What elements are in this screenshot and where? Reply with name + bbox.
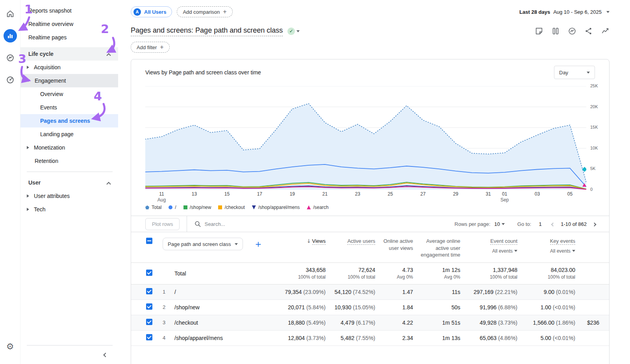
explore-icon[interactable] — [4, 51, 17, 65]
pagination-range: 1-10 of 862 — [561, 221, 587, 227]
search-icon — [194, 220, 201, 227]
insights-icon[interactable] — [601, 27, 610, 35]
legend-item[interactable]: / — [169, 205, 176, 210]
sidebar-item-retention[interactable]: Retention — [20, 154, 118, 168]
legend-item[interactable]: /shop/apparel/mens — [252, 205, 300, 210]
chart-canvas — [145, 86, 586, 190]
sidebar-item-realtime-overview[interactable]: Realtime overview — [20, 17, 118, 31]
row-checkbox[interactable] — [146, 303, 152, 310]
chevron-down-icon[interactable] — [296, 30, 300, 34]
sidebar-section-life-cycle[interactable]: Life cycle — [20, 47, 118, 61]
views-header[interactable]: ↓Views — [282, 238, 326, 245]
all-users-chip[interactable]: A All Users — [131, 6, 172, 17]
home-icon[interactable] — [4, 7, 17, 20]
page-path: / — [174, 289, 282, 295]
table-row: 3 /checkout 18,880 (5.49%) 4,479 (6.17%)… — [131, 315, 609, 331]
sidebar-item-realtime-pages[interactable]: Realtime pages — [20, 31, 118, 44]
collapse-chevron-icon[interactable] — [107, 51, 110, 57]
expand-arrow-icon[interactable] — [27, 146, 29, 149]
sidebar-item-pages-and-screens[interactable]: Pages and screens — [20, 114, 118, 127]
share-icon[interactable] — [584, 27, 593, 35]
chevron-down-icon — [502, 223, 505, 227]
active-users-cell: 10,930 (15.05%) — [326, 304, 375, 310]
key-events-filter[interactable]: All events — [517, 248, 575, 254]
collapse-arrow-icon[interactable] — [27, 79, 30, 82]
table-row: 2 /shop/new 20,071 (5.84%) 10,930 (15.05… — [131, 300, 609, 315]
legend-label: / — [175, 205, 176, 210]
x-axis-label: 19 — [290, 191, 295, 197]
collapse-sidebar-icon[interactable] — [103, 353, 107, 357]
x-axis-label: 01Sep — [500, 191, 509, 203]
compare-reports-icon[interactable] — [551, 27, 560, 35]
dimension-select[interactable]: Page path and screen class — [163, 238, 243, 250]
prev-page-icon[interactable] — [549, 221, 557, 227]
event-count-cell: 297,169 (22.21%) — [460, 289, 517, 295]
comparison-bar: A All Users Add comparison Last 28 days … — [118, 0, 630, 20]
row-checkbox[interactable] — [146, 319, 152, 325]
collapse-chevron-icon[interactable] — [107, 179, 110, 186]
search-input[interactable] — [204, 221, 259, 227]
add-comparison-chip[interactable]: Add comparison — [177, 6, 232, 17]
sidebar-item-tech[interactable]: Tech — [20, 203, 118, 216]
row-checkbox[interactable] — [146, 288, 152, 294]
avg-engagement-time-header[interactable]: Average online active user engagement ti… — [413, 238, 460, 259]
reports-icon[interactable] — [4, 29, 17, 42]
settings-gear-icon[interactable]: ⚙ — [6, 342, 14, 351]
date-preset: Last 28 days — [519, 9, 550, 15]
add-filter-chip[interactable]: Add filter — [131, 42, 170, 53]
chart-legend: Total//shop/new/checkout/shop/apparel/me… — [145, 205, 609, 210]
active-users-cell: 72,624100% of total — [326, 267, 375, 280]
goto-page-input[interactable] — [535, 221, 545, 227]
online-active-user-views-header[interactable]: Online active user views — [375, 238, 413, 251]
sidebar-item-acquisition[interactable]: Acquisition — [20, 61, 118, 74]
y-axis-label: 10K — [590, 146, 598, 150]
views-chart[interactable]: 05K10K15K20K25K — [145, 86, 586, 190]
legend-item[interactable]: /checkout — [218, 205, 245, 210]
table-controls: Plot rows Rows per page: 10 Go to: 1-10 … — [131, 216, 609, 232]
row-index: 4 — [163, 335, 174, 341]
legend-item[interactable]: Total — [145, 205, 161, 210]
views-cell: 20,071 (5.84%) — [282, 304, 326, 310]
row-checkbox[interactable] — [146, 270, 152, 276]
legend-item[interactable]: /search — [307, 205, 328, 210]
x-axis-label: 15 — [224, 191, 230, 197]
select-all-checkbox[interactable] — [146, 238, 152, 244]
sidebar-section-user[interactable]: User — [20, 176, 118, 189]
sidebar-item-overview[interactable]: Overview — [20, 87, 118, 101]
avg-engagement-cell: 11s — [413, 289, 460, 295]
sidebar-item-events[interactable]: Events — [20, 101, 118, 114]
advertising-icon[interactable] — [4, 73, 17, 87]
note-icon[interactable] — [535, 27, 543, 35]
key-events-cell: 5.00 (<0.01%) — [517, 335, 575, 341]
active-users-header[interactable]: Active users — [326, 238, 375, 245]
legend-item[interactable]: /shop/new — [183, 205, 211, 210]
next-page-icon[interactable] — [591, 221, 598, 227]
key-events-header[interactable]: Key events All events — [517, 238, 575, 254]
add-column-icon[interactable]: + — [255, 239, 261, 249]
row-checkbox[interactable] — [146, 334, 152, 340]
expand-arrow-icon[interactable] — [27, 194, 29, 198]
anomaly-icon[interactable] — [568, 27, 576, 35]
event-count-filter[interactable]: All events — [460, 248, 517, 254]
sidebar-item-monetization[interactable]: Monetization — [20, 141, 118, 154]
expand-arrow-icon[interactable] — [27, 208, 29, 211]
avg-engagement-cell: 1m 13s — [413, 335, 460, 341]
sidebar-item-engagement[interactable]: Engagement — [20, 74, 118, 87]
date-range-picker[interactable]: Last 28 days Aug 10 - Sep 6, 2025 — [519, 9, 610, 15]
page-path: /shop/new — [174, 304, 282, 310]
table-search[interactable] — [194, 220, 259, 227]
rows-per-page-select[interactable]: 10 — [494, 221, 504, 227]
row-index: 3 — [163, 320, 174, 325]
report-header: Pages and screens: Page path and screen … — [118, 20, 630, 38]
row-index: 2 — [163, 304, 174, 310]
sidebar-item-landing-page[interactable]: Landing page — [20, 127, 118, 141]
granularity-select[interactable]: Day — [554, 66, 595, 79]
sidebar-item-reports-snapshot[interactable]: Reports snapshot — [20, 4, 118, 17]
y-axis-label: 5K — [590, 166, 595, 171]
event-count-header[interactable]: Event count All events — [460, 238, 517, 254]
expand-arrow-icon[interactable] — [27, 66, 29, 69]
table-row: 1 / 79,354 (23.09%) 54,120 (74.52%) 1.47… — [131, 285, 609, 300]
chevron-down-icon — [235, 243, 238, 247]
sidebar-item-user-attributes[interactable]: User attributes — [20, 189, 118, 203]
plot-rows-button[interactable]: Plot rows — [145, 218, 180, 230]
